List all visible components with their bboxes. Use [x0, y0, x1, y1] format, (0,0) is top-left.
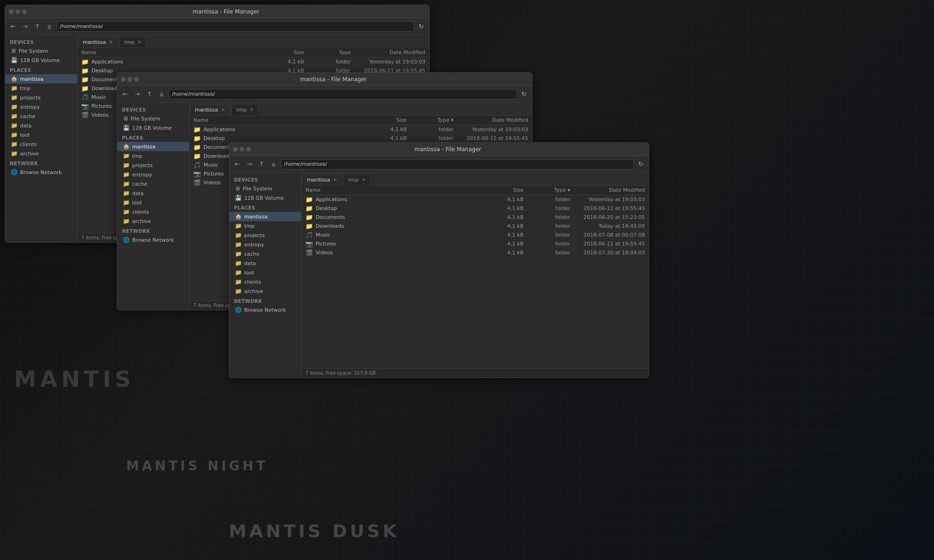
sidebar-filesystem-1[interactable]: 🖥 File System: [5, 46, 77, 56]
close-btn-2[interactable]: [121, 77, 126, 82]
sidebar-entropy-3[interactable]: 📁 entropy: [229, 240, 301, 249]
minimize-btn-2[interactable]: [127, 77, 132, 82]
tab-tmp-close-3[interactable]: ✕: [361, 177, 366, 182]
sidebar-cache-1[interactable]: 📁 cache: [5, 112, 77, 121]
maximize-btn-3[interactable]: [246, 147, 251, 152]
sidebar-entropy-2[interactable]: 📁 entropy: [117, 170, 189, 179]
back-btn-3[interactable]: ←: [232, 159, 242, 169]
home-btn-3[interactable]: ⌂: [269, 159, 279, 169]
sidebar-tmp-3[interactable]: 📁 tmp: [229, 221, 301, 231]
file-date: 2018-06-20 at 15:23:05: [570, 214, 645, 220]
back-btn-1[interactable]: ←: [8, 21, 18, 32]
back-btn-2[interactable]: ←: [120, 89, 130, 99]
tab-mantissa-close-1[interactable]: ✕: [109, 40, 113, 45]
sidebar-browse-network-3[interactable]: 🌐 Browse Network: [229, 305, 301, 315]
table-row[interactable]: 📷 Pictures 4,1 kB folder 2018-06-11 at 1…: [302, 239, 649, 248]
table-row[interactable]: 🎵 Music 4,1 kB folder 2018-07-08 at 00:0…: [302, 231, 649, 239]
table-row[interactable]: 🎬 Videos 4,1 kB folder 2018-07-30 at 18:…: [302, 248, 649, 257]
maximize-btn-1[interactable]: [22, 9, 27, 14]
table-row[interactable]: 📁 Applications 4,1 kB folder Yesterday a…: [190, 125, 532, 134]
tab-tmp-3[interactable]: tmp ✕: [343, 174, 371, 185]
tab-tmp-close-1[interactable]: ✕: [137, 40, 142, 45]
devices-section-2: DEVICES: [117, 105, 189, 114]
tab-mantissa-2[interactable]: mantissa ✕: [190, 104, 230, 115]
file-type: folder: [524, 205, 570, 211]
sidebar-cache-2[interactable]: 📁 cache: [117, 179, 189, 189]
sidebar-filesystem-2[interactable]: 🖥 File System: [117, 114, 189, 123]
up-btn-3[interactable]: ↑: [256, 159, 267, 169]
address-bar-1[interactable]: /home/mantissa/: [57, 21, 414, 32]
sidebar-archive-1[interactable]: 📁 archive: [5, 149, 77, 158]
tab-mantissa-close-2[interactable]: ✕: [221, 107, 225, 112]
tab-mantissa-1[interactable]: mantissa ✕: [78, 36, 118, 48]
tab-mantissa-3[interactable]: mantissa ✕: [302, 174, 342, 185]
sidebar-filesystem-3[interactable]: 🖥 File System: [229, 184, 301, 193]
table-row[interactable]: 📁 Desktop 4,1 kB folder 2018-06-11 at 19…: [190, 134, 532, 143]
address-bar-2[interactable]: /home/mantissa/: [169, 89, 517, 99]
file-type-icon: 📷: [193, 170, 201, 177]
entropy-icon-3: 📁: [235, 241, 242, 248]
sidebar-archive-2[interactable]: 📁 archive: [117, 217, 189, 226]
sidebar-volume-2[interactable]: 💾 128 GB Volume: [117, 123, 189, 133]
sidebar-tmp-1[interactable]: 📁 tmp: [5, 84, 77, 93]
sidebar-archive-3[interactable]: 📁 archive: [229, 287, 301, 296]
network-icon-2: 🌐: [123, 237, 130, 243]
close-btn-1[interactable]: [9, 9, 14, 14]
up-btn-1[interactable]: ↑: [32, 21, 42, 32]
sidebar-mantissa-1[interactable]: 🏠 mantissa: [5, 74, 77, 84]
file-type-icon: 🎬: [305, 249, 313, 256]
forward-btn-1[interactable]: →: [20, 21, 30, 32]
sidebar-projects-2[interactable]: 📁 projects: [117, 161, 189, 170]
content-3: mantissa ✕ tmp ✕ Name Size Type ▾ Date M…: [302, 173, 649, 378]
table-row[interactable]: 📁 Desktop 4,1 kB folder 2018-06-11 at 19…: [302, 204, 649, 213]
sidebar-entropy-1[interactable]: 📁 entropy: [5, 102, 77, 112]
sidebar-loot-1[interactable]: 📁 loot: [5, 130, 77, 140]
table-row[interactable]: 📁 Downloads 4,1 kB folder Today at 14:42…: [302, 222, 649, 231]
reload-btn-3[interactable]: ↻: [636, 159, 646, 169]
sidebar-volume-1[interactable]: 💾 128 GB Volume: [5, 56, 77, 65]
sidebar-data-2[interactable]: 📁 data: [117, 189, 189, 198]
reload-btn-1[interactable]: ↻: [416, 21, 426, 32]
address-bar-3[interactable]: /home/mantissa/: [281, 159, 634, 169]
file-type-icon: 📁: [305, 205, 313, 212]
sidebar-clients-2[interactable]: 📁 clients: [117, 207, 189, 217]
close-btn-3[interactable]: [233, 147, 238, 152]
table-row[interactable]: 📁 Applications 4,1 kB folder Yesterday a…: [302, 195, 649, 204]
sidebar-volume-3[interactable]: 💾 128 GB Volume: [229, 193, 301, 203]
col-date-2: Date Modified: [453, 117, 528, 123]
sidebar-clients-3[interactable]: 📁 clients: [229, 277, 301, 287]
table-row[interactable]: 📁 Applications 4,1 kB folder Yesterday a…: [78, 57, 429, 66]
tab-tmp-1[interactable]: tmp ✕: [119, 36, 147, 48]
home-btn-2[interactable]: ⌂: [156, 89, 167, 99]
maximize-btn-2[interactable]: [134, 77, 139, 82]
file-size: 4,1 kB: [369, 135, 407, 141]
volume-icon-3: 💾: [235, 195, 242, 201]
minimize-btn-1[interactable]: [15, 9, 20, 14]
sidebar-projects-3[interactable]: 📁 projects: [229, 231, 301, 240]
sidebar-mantissa-2[interactable]: 🏠 mantissa: [117, 142, 189, 151]
sidebar-browse-network-2[interactable]: 🌐 Browse Network: [117, 235, 189, 245]
tab-mantissa-close-3[interactable]: ✕: [333, 177, 337, 182]
sidebar-tmp-2[interactable]: 📁 tmp: [117, 151, 189, 161]
minimize-btn-3[interactable]: [240, 147, 244, 152]
table-row[interactable]: 📁 Documents 4,1 kB folder 2018-06-20 at …: [302, 213, 649, 222]
forward-btn-3[interactable]: →: [244, 159, 255, 169]
sidebar-data-3[interactable]: 📁 data: [229, 259, 301, 268]
tab-mantissa-label-1: mantissa: [83, 39, 106, 45]
file-date: 2018-06-11 at 19:55:45: [453, 135, 528, 141]
sidebar-projects-1[interactable]: 📁 projects: [5, 93, 77, 102]
tab-tmp-2[interactable]: tmp ✕: [231, 104, 259, 115]
forward-btn-2[interactable]: →: [132, 89, 142, 99]
sidebar-data-1[interactable]: 📁 data: [5, 121, 77, 130]
sidebar-mantissa-3[interactable]: 🏠 mantissa: [229, 212, 301, 221]
tab-tmp-close-2[interactable]: ✕: [249, 107, 254, 112]
sidebar-clients-1[interactable]: 📁 clients: [5, 140, 77, 149]
reload-btn-2[interactable]: ↻: [519, 89, 529, 99]
sidebar-loot-3[interactable]: 📁 loot: [229, 268, 301, 277]
sidebar-browse-network-1[interactable]: 🌐 Browse Network: [5, 168, 77, 177]
up-btn-2[interactable]: ↑: [144, 89, 155, 99]
home-btn-1[interactable]: ⌂: [44, 21, 55, 32]
titlebar-2: mantissa - File Manager: [117, 73, 532, 86]
sidebar-cache-3[interactable]: 📁 cache: [229, 249, 301, 259]
sidebar-loot-2[interactable]: 📁 loot: [117, 198, 189, 207]
